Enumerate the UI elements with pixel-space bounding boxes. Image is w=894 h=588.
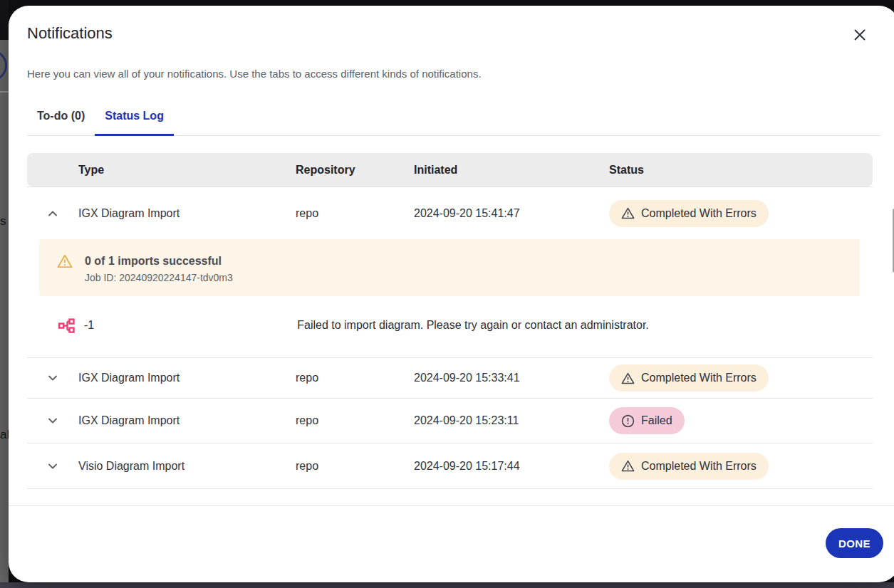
row-type: IGX Diagram Import	[78, 414, 296, 427]
import-summary-text: 0 of 1 imports successful	[85, 254, 233, 268]
tab-status-log[interactable]: Status Log	[95, 101, 174, 135]
expand-row-button[interactable]	[27, 443, 78, 488]
done-button[interactable]: DONE	[826, 528, 883, 558]
dialog-header: Notifications Here you can view all of y…	[9, 6, 894, 136]
warning-triangle-icon	[621, 460, 635, 472]
row-repository: repo	[296, 372, 414, 384]
background-text-fragment: al	[0, 428, 9, 442]
row-initiated: 2024-09-20 15:23:11	[414, 414, 609, 427]
row-repository: repo	[296, 460, 414, 473]
table-header-row: Type Repository Initiated Status	[27, 153, 873, 187]
status-badge: Completed With Errors	[609, 200, 769, 227]
import-summary-panel: 0 of 1 imports successful Job ID: 202409…	[39, 239, 860, 296]
warning-triangle-icon	[57, 254, 73, 268]
column-type: Type	[78, 164, 296, 177]
background-app-header	[0, 0, 9, 40]
status-badge-label: Failed	[641, 414, 672, 427]
background-text-fragment: s	[0, 214, 6, 229]
chevron-up-icon	[46, 206, 60, 221]
background-avatar-arc	[0, 50, 7, 81]
error-circle-icon	[621, 414, 635, 428]
background-divider	[0, 91, 9, 93]
tab-bar: To-do (0) Status Log	[27, 101, 880, 136]
import-item-row: -1 Failed to import diagram. Please try …	[27, 308, 873, 343]
column-initiated: Initiated	[414, 164, 609, 177]
column-repository: Repository	[296, 164, 414, 177]
collapse-row-button[interactable]	[27, 187, 78, 239]
column-status: Status	[609, 164, 873, 177]
table-row: IGX Diagram Import repo 2024-09-20 15:23…	[27, 399, 873, 443]
chevron-down-icon	[46, 371, 60, 385]
row-repository: repo	[296, 414, 414, 427]
row-initiated: 2024-09-20 15:33:41	[414, 372, 609, 384]
notifications-dialog: Notifications Here you can view all of y…	[9, 6, 894, 582]
diagram-icon	[58, 318, 75, 333]
warning-triangle-icon	[621, 372, 635, 384]
dialog-title: Notifications	[27, 24, 880, 43]
row-expanded-detail: 0 of 1 imports successful Job ID: 202409…	[27, 239, 873, 358]
status-badge: Completed With Errors	[609, 364, 769, 392]
chevron-down-icon	[46, 414, 60, 428]
table-row: Visio Diagram Import repo 2024-09-20 15:…	[27, 443, 873, 489]
status-log-table: Type Repository Initiated Status IGX Dia…	[9, 136, 894, 505]
status-badge: Failed	[609, 407, 685, 434]
status-badge: Completed With Errors	[609, 453, 769, 480]
table-row: IGX Diagram Import repo 2024-09-20 15:33…	[27, 358, 873, 399]
background-bottom-bar	[0, 582, 894, 588]
row-initiated: 2024-09-20 15:41:47	[414, 207, 609, 220]
row-type: IGX Diagram Import	[78, 207, 296, 220]
row-repository: repo	[296, 207, 414, 220]
tab-todo[interactable]: To-do (0)	[27, 101, 95, 135]
expand-row-button[interactable]	[27, 358, 78, 398]
close-icon	[853, 28, 867, 42]
dialog-footer: DONE	[9, 505, 894, 582]
import-error-message: Failed to import diagram. Please try aga…	[297, 319, 649, 332]
chevron-down-icon	[46, 459, 60, 473]
job-id-text: Job ID: 20240920224147-tdv0m3	[85, 272, 233, 283]
status-badge-label: Completed With Errors	[641, 207, 757, 220]
status-badge-label: Completed With Errors	[641, 372, 757, 384]
background-app-strip: s al	[0, 40, 9, 582]
row-initiated: 2024-09-20 15:17:44	[414, 460, 609, 473]
row-type: IGX Diagram Import	[78, 372, 296, 384]
import-item-id: -1	[84, 319, 94, 332]
dialog-description: Here you can view all of your notificati…	[27, 68, 880, 80]
status-badge-label: Completed With Errors	[641, 460, 757, 473]
table-row: IGX Diagram Import repo 2024-09-20 15:41…	[27, 187, 873, 239]
warning-triangle-icon	[621, 207, 635, 219]
close-button[interactable]	[848, 23, 872, 47]
row-type: Visio Diagram Import	[78, 460, 296, 473]
expand-row-button[interactable]	[27, 399, 78, 443]
